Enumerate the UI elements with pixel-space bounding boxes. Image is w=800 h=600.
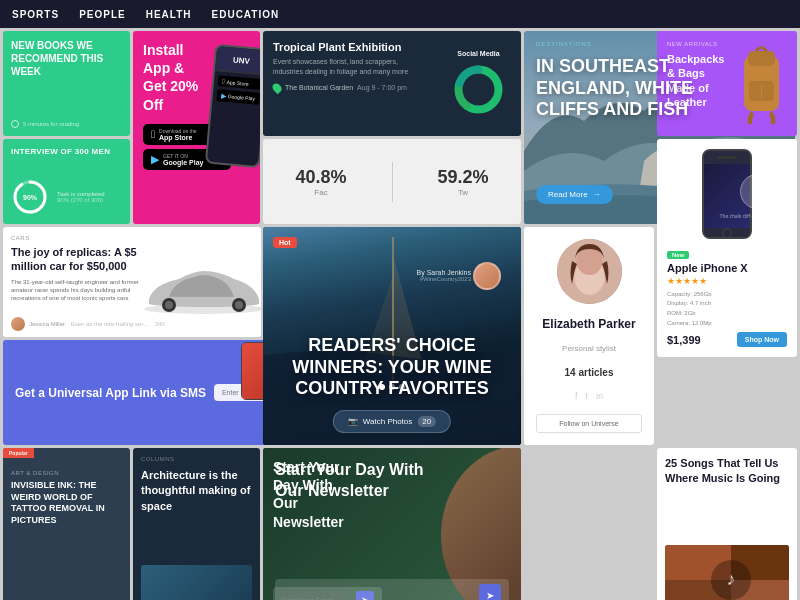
tropical-location-text: The Botanical Garden [285,84,353,91]
readers-choice-title: READERS' CHOICE WINNERS: YOUR WINE COUNT… [278,335,506,400]
elizabeth-name: Elizabeth Parker [542,317,635,331]
cars-card: CARS The joy of replicas: A $5 million c… [3,227,261,337]
new-books-card: NEW BOOKS WE RECOMMEND THIS WEEK 5 minut… [3,31,130,136]
dot-3 [399,384,405,390]
spec-display: Display: 4.7 inch [667,299,787,309]
new-books-meta-text: 5 minutes for reading [23,121,79,127]
newsletter-send-button[interactable]: ➤ [479,584,501,600]
app-store-label: App Store [159,134,197,141]
stat-1: 40.8% Fac [295,167,346,197]
watch-photos-button[interactable]: 📷 Watch Photos 20 [333,410,451,433]
social-media-chart: Social Media [441,36,516,131]
readers-choice-card: Hot By Sarah Jenkins #WineCountry2023 RE… [263,227,521,445]
iphone-specs: Capacity: 256Gb Display: 4.7 inch ROM: 2… [667,290,787,328]
svg-text:♪: ♪ [727,569,736,589]
england-category: DESTINATIONS [536,41,592,47]
install-app-title: Install App & Get 20% Off [143,41,207,114]
nav-sports[interactable]: SPORTS [12,9,59,20]
google-play-label: Google Play [163,159,203,166]
clock-icon [11,120,19,128]
arrow-icon: → [593,190,601,199]
twitter-icon[interactable]: t [585,391,588,401]
elizabeth-card: Elizabeth Parker Personal stylist 14 art… [524,227,654,445]
cars-desc: The 31-year-old self-taught engineer and… [11,278,144,303]
cars-title: The joy of replicas: A $5 million car fo… [11,245,144,274]
iphone-price-row: $1,399 Shop Now [667,332,787,347]
interview-title: INTERVIEW OF 300 MEN [11,147,122,156]
top-navigation: SPORTS PEOPLE HEALTH EDUCATION [0,0,800,28]
follow-label: Follow on Universe [559,420,619,427]
install-app-card: Install App & Get 20% Off  Download on … [133,31,260,224]
send-arrow-icon: ➤ [486,590,494,601]
play-triangle-icon: ▶ [754,185,763,199]
elizabeth-avatar [557,239,622,304]
stat-2-label: Tw [437,188,488,197]
newsletter-bottom-title: Start Your Day With Our Newsletter [275,460,427,502]
svg-rect-17 [748,51,775,66]
camera-icon: 📷 [348,417,358,426]
tattoo-card: Popular ART & DESIGN INVISIBLE INK: THE … [3,448,130,600]
hot-badge: Hot [273,237,297,248]
spec-rom: ROM: 2Gb [667,309,787,319]
songs-title: 25 Songs That Tell Us Where Music Is Goi… [665,456,789,545]
social-media-label: Social Media [457,50,499,58]
iphone-stars: ★★★★★ [667,276,787,286]
iphone-price: $1,399 [667,334,701,346]
dot-2 [389,384,395,390]
tropical-card: Social Media Tropical Plant Exhibition E… [263,31,521,136]
chalk-cliff-label: The chalk cliff of Beachy Head [720,213,787,219]
linkedin-icon[interactable]: in [596,391,603,401]
shop-now-button[interactable]: Shop Now [737,332,787,347]
england-title: IN SOUTHEAST ENGLAND, WHITE CLIFFS AND F… [536,56,740,121]
cars-author: Jessica Miller: [29,321,67,327]
readers-author-sub: #WineCountry2023 [417,276,471,282]
sms-title[interactable]: Get a Universal App Link via SMS [15,386,206,400]
donut-chart [451,62,506,117]
shop-now-label: Shop Now [745,336,779,343]
progress-circle: 90% [11,178,49,216]
facebook-icon[interactable]: f [575,391,578,401]
cars-author-meta: Even as the ride-hailing service's futur… [71,321,151,327]
cars-count: 340 [155,321,165,327]
stat-1-label: Fac [295,188,346,197]
watch-photos-count: 20 [417,416,436,427]
elizabeth-social-links: f t in [575,391,603,401]
stat-2: 59.2% Tw [437,167,488,197]
cars-author-avatar [11,317,25,331]
interview-sub-meta: 90% (270 of 300) [57,197,105,203]
car-image [139,259,261,319]
iphone-card: New Apple iPhone X ★★★★★ Capacity: 256Gb… [657,139,797,357]
play-button[interactable]: ▶ [740,174,775,209]
elizabeth-role: Personal stylist [562,344,616,353]
readers-author-avatar [473,262,501,290]
iphone-new-tag: New [667,251,689,259]
svg-point-6 [235,301,243,309]
popular-badge: Popular [3,448,34,458]
progress-value: 90% [23,194,37,201]
new-books-meta: 5 minutes for reading [11,120,122,128]
nav-health[interactable]: HEALTH [146,9,192,20]
stat-2-value: 59.2% [437,167,488,188]
tropical-date: Aug 9 - 7:00 pm [357,84,407,91]
stats-card: 40.8% Fac 59.2% Tw [263,139,521,224]
newsletter-email[interactable] [283,591,475,600]
read-more-button[interactable]: Read More → [536,185,613,204]
newsletter-bottom-input: ➤ [275,579,509,600]
svg-point-10 [466,76,492,102]
apple-store-icon:  [151,128,155,140]
nav-education[interactable]: EDUCATION [212,9,280,20]
cars-author-row: Jessica Miller: Even as the ride-hailing… [11,317,165,331]
location-icon [271,81,284,94]
spec-camera: Camera: 12.0Mp [667,319,787,329]
tropical-title: Tropical Plant Exhibition [273,41,428,53]
tropical-desc: Event showcases florist, land scrappers,… [273,57,416,77]
spec-capacity: Capacity: 256Gb [667,290,787,300]
elizabeth-articles: 14 articles [565,367,614,378]
watch-photos-label: Watch Photos [363,417,413,426]
google-play-icon: ▶ [151,153,159,166]
follow-button[interactable]: Follow on Universe [536,414,642,433]
stat-divider [392,162,393,202]
nav-people[interactable]: PEOPLE [79,9,126,20]
cars-category: CARS [11,235,253,241]
new-books-title: NEW BOOKS WE RECOMMEND THIS WEEK [11,39,122,78]
